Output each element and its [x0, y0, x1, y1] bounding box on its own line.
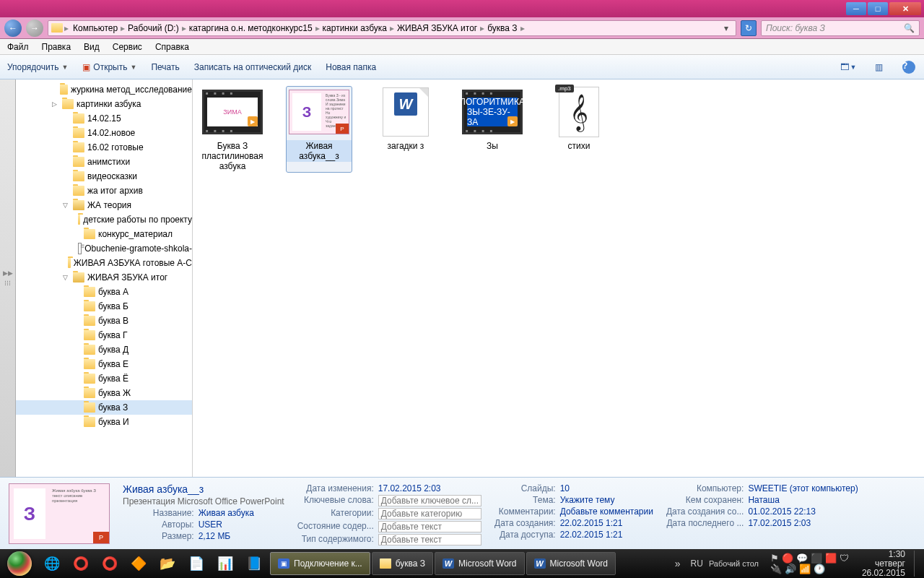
file-item[interactable]: ЗИМА▶Буква З пластилиновая азбука [200, 87, 265, 172]
close-button[interactable]: ✕ [889, 2, 921, 15]
search-input[interactable]: Поиск: буква З 🔍 [761, 20, 920, 36]
tray-icons-2[interactable]: 🔌🔊📶🕐 [766, 564, 853, 574]
pinned-app[interactable]: 📊 [211, 556, 240, 571]
open-button[interactable]: ▣Открыть▼ [82, 62, 136, 72]
breadcrumb-segment[interactable]: Рабочий (D:) [125, 23, 182, 33]
tree-node[interactable]: жа итог архив [16, 184, 192, 198]
refresh-button[interactable]: ↻ [741, 20, 757, 36]
tray-icons[interactable]: ⚑🔴💬⬛🟥🛡 [766, 553, 853, 564]
tree-node[interactable]: буква Е [16, 357, 192, 371]
burn-button[interactable]: Записать на оптический диск [194, 62, 312, 72]
tree-node[interactable]: анимстихи [16, 155, 192, 169]
property-value[interactable]: Добавьте текст [378, 534, 481, 545]
expand-icon[interactable]: ▽ [63, 274, 70, 281]
maximize-button[interactable]: □ [868, 2, 888, 15]
file-item[interactable]: Wзагадки з [373, 87, 438, 172]
property-value[interactable]: Добавьте ключевое сл... [378, 495, 481, 506]
tree-node[interactable]: 14.02.новое [16, 126, 192, 140]
minimize-button[interactable]: ─ [846, 2, 866, 15]
breadcrumb-segment[interactable]: Компьютер [70, 23, 121, 33]
tray-icon[interactable]: 🕐 [814, 564, 825, 574]
start-button[interactable] [3, 551, 36, 577]
organize-button[interactable]: Упорядочить▼ [7, 62, 68, 72]
back-button[interactable]: ← [4, 20, 22, 37]
tree-label: буква В [98, 316, 128, 326]
tray-icon[interactable]: 📶 [799, 564, 811, 574]
help-button[interactable]: ? [901, 59, 917, 75]
tray-icon[interactable]: 🔴 [782, 553, 793, 564]
tray-icon[interactable]: 🛡 [840, 553, 849, 564]
tree-node[interactable]: буква З [16, 400, 192, 415]
print-button[interactable]: Печать [151, 62, 179, 72]
tree-node[interactable]: ▷картинки азбука [16, 97, 192, 111]
menu-item[interactable]: Файл [7, 42, 29, 52]
breadcrumb-dropdown[interactable]: ▾ [720, 23, 733, 33]
tray-icon[interactable]: 🔌 [770, 564, 782, 574]
file-item[interactable]: ЛОГОРИТМИКАЗЫ-ЗЕ-ЗУ-ЗА▶Зы [460, 87, 525, 172]
tree-node[interactable]: детские работы по проекту [16, 212, 192, 227]
property-value[interactable]: Добавьте текст [378, 521, 481, 532]
pinned-app[interactable]: 📘 [240, 556, 269, 571]
tree-node[interactable]: Obuchenie-gramote-shkola- [16, 241, 192, 256]
taskbar-button[interactable]: буква З [372, 552, 433, 575]
menu-item[interactable]: Правка [42, 42, 71, 52]
tree-label: буква Д [98, 345, 128, 355]
expand-icon[interactable]: ▷ [52, 100, 59, 108]
tree-node[interactable]: буква Б [16, 299, 192, 314]
breadcrumb-segment[interactable]: катаргина о.н. методконкурс15 [186, 23, 315, 33]
side-handle[interactable]: ▶▶ ⁞⁞⁞ [0, 79, 16, 477]
taskbar-button[interactable]: ▣Подключение к... [270, 552, 370, 575]
clock[interactable]: 1:30 четверг 26.02.2015 [855, 550, 912, 578]
file-item[interactable]: .mp3𝄞стихи [546, 87, 611, 172]
tree-node[interactable]: конкурс_материал [16, 227, 192, 241]
tree-node[interactable]: журкина метод_исследование [16, 82, 192, 97]
tree-node[interactable]: ▽ЖИВАЯ ЗБУКА итог [16, 270, 192, 285]
pinned-app[interactable]: ⭕ [66, 556, 95, 571]
tree-node[interactable]: буква И [16, 415, 192, 429]
tree-node[interactable]: буква Д [16, 342, 192, 357]
property-value[interactable]: Добавьте категорию [378, 508, 481, 519]
new-folder-button[interactable]: Новая папка [326, 62, 376, 72]
breadcrumb[interactable]: ▸ Компьютер▸Рабочий (D:)▸катаргина о.н. … [48, 20, 736, 36]
show-desktop-button[interactable] [914, 551, 921, 577]
tray-icon[interactable]: ⬛ [811, 553, 822, 564]
menu-item[interactable]: Справка [155, 42, 189, 52]
pinned-app[interactable]: 🔶 [124, 556, 153, 571]
tree-node[interactable]: буква Г [16, 328, 192, 342]
view-button[interactable]: 🗔▼ [840, 59, 856, 75]
tree-node[interactable]: видеосказки [16, 169, 192, 184]
breadcrumb-segment[interactable]: ЖИВАЯ ЗБУКА итог [394, 23, 480, 33]
pinned-app[interactable]: 📄 [182, 556, 211, 571]
tray-icon[interactable]: 💬 [796, 553, 808, 564]
breadcrumb-segment[interactable]: буква З [484, 23, 520, 33]
tree-node[interactable]: 16.02 готовые [16, 140, 192, 155]
pinned-app[interactable]: 📂 [153, 556, 182, 571]
taskbar-button[interactable]: WMicrosoft Word [435, 552, 524, 575]
breadcrumb-segment[interactable]: картинки азбука [320, 23, 390, 33]
tree-node[interactable]: 14.02.15 [16, 111, 192, 126]
search-icon: 🔍 [904, 23, 915, 33]
forward-button[interactable]: → [26, 20, 43, 37]
tray-icon[interactable]: 🟥 [825, 553, 837, 564]
tree-node[interactable]: буква В [16, 314, 192, 328]
taskbar-button[interactable]: WMicrosoft Word [526, 552, 616, 575]
tree-node[interactable]: буква А [16, 285, 192, 299]
expand-icon[interactable]: ▽ [63, 202, 70, 209]
tray-icon[interactable]: 🔊 [785, 564, 796, 574]
tree-node[interactable]: ▽ЖА теория [16, 198, 192, 212]
file-list[interactable]: ЗИМА▶Буква З пластилиновая азбукаЗБуква … [193, 79, 924, 477]
tree-node[interactable]: буква Ж [16, 386, 192, 400]
tray-overflow[interactable]: » [671, 558, 685, 569]
tree-node[interactable]: буква Ё [16, 371, 192, 386]
language-indicator[interactable]: RU [687, 558, 707, 569]
pinned-app[interactable]: ⭕ [95, 556, 124, 571]
preview-pane-button[interactable]: ▥ [871, 59, 886, 75]
file-item[interactable]: ЗБуква З - из слова ЗимаИ заданием на пр… [287, 87, 352, 172]
tree-node[interactable]: ЖИВАЯ АЗБУКА готовые А-С [16, 256, 192, 270]
pinned-app[interactable]: 🌐 [38, 556, 66, 571]
property-label: Название: [123, 508, 194, 518]
tray-icon[interactable]: ⚑ [770, 553, 779, 564]
navigation-tree[interactable]: журкина метод_исследование▷картинки азбу… [16, 79, 193, 477]
menu-item[interactable]: Сервис [113, 42, 142, 52]
menu-item[interactable]: Вид [84, 42, 100, 52]
